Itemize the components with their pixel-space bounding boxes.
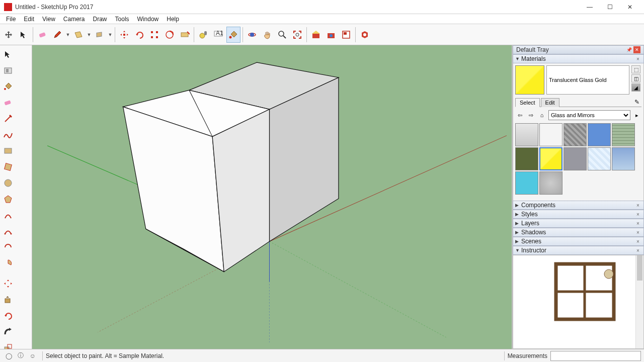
tape-measure-icon[interactable]	[178, 27, 192, 43]
tray-close-icon[interactable]: ✕	[633, 46, 640, 53]
panel-components[interactable]: ▶Components×	[513, 201, 644, 210]
material-swatch[interactable]	[564, 123, 587, 146]
2pt-arc-icon[interactable]	[1, 224, 16, 239]
layout-icon[interactable]	[339, 27, 353, 43]
material-3d-icon[interactable]: ◢	[631, 83, 640, 92]
zoom-extents-icon[interactable]	[290, 27, 304, 43]
menu-help[interactable]: Help	[163, 15, 183, 24]
geo-location-icon[interactable]: ◯	[3, 351, 14, 361]
circle-tool-icon[interactable]	[1, 175, 16, 191]
tray-title: Default Tray	[516, 46, 549, 53]
zoom-icon[interactable]	[275, 27, 289, 43]
menu-camera[interactable]: Camera	[59, 15, 89, 24]
tab-select[interactable]: Select	[515, 98, 540, 107]
orbit-icon[interactable]	[245, 27, 259, 43]
tab-edit[interactable]: Edit	[541, 98, 559, 107]
library-menu-icon[interactable]: ▸	[632, 111, 641, 120]
panel-close-icon[interactable]: ×	[634, 56, 641, 62]
warehouse-icon[interactable]	[309, 27, 323, 43]
panel-materials[interactable]: ▼ Materials ×	[513, 54, 644, 63]
3pt-arc-icon[interactable]	[1, 240, 16, 255]
material-swatch[interactable]	[515, 123, 538, 146]
measurements-input[interactable]	[550, 351, 641, 361]
select-arrow-icon[interactable]	[17, 27, 31, 43]
select-tool-icon[interactable]	[1, 47, 16, 62]
move-icon[interactable]	[117, 27, 131, 43]
material-swatch[interactable]	[564, 147, 587, 170]
move-tool-icon[interactable]	[1, 276, 16, 291]
pin-icon[interactable]: 📌	[625, 46, 632, 53]
material-swatch[interactable]	[588, 123, 611, 146]
material-swatch[interactable]	[539, 123, 562, 146]
rectangle-icon[interactable]	[71, 27, 86, 43]
menu-file[interactable]: File	[2, 15, 20, 24]
menu-view[interactable]: View	[38, 15, 59, 24]
move-camera-icon[interactable]	[2, 27, 16, 43]
material-swatch[interactable]	[612, 147, 635, 170]
default-material-icon[interactable]: ◫	[631, 74, 640, 82]
minimize-button[interactable]: —	[580, 0, 600, 14]
create-material-icon[interactable]: ⬚	[631, 65, 640, 73]
follow-me-icon[interactable]	[1, 324, 16, 339]
push-dropdown[interactable]: ▼	[107, 27, 113, 43]
user-icon[interactable]: ☺	[27, 351, 38, 361]
pan-icon[interactable]	[260, 27, 274, 43]
pie-tool-icon[interactable]	[1, 256, 16, 271]
viewport-3d[interactable]	[32, 45, 512, 349]
close-button[interactable]: ✕	[620, 0, 640, 14]
svg-rect-6	[156, 31, 158, 33]
panel-styles[interactable]: ▶Styles×	[513, 210, 644, 219]
material-swatch[interactable]	[539, 147, 562, 170]
menu-window[interactable]: Window	[133, 15, 163, 24]
arc-tool-icon[interactable]	[1, 208, 16, 223]
dimension-icon[interactable]	[196, 27, 210, 43]
panel-layers[interactable]: ▶Layers×	[513, 219, 644, 228]
nav-forward-icon[interactable]: ⇨	[526, 111, 535, 120]
line-tool-icon[interactable]	[1, 111, 16, 126]
panel-instructor[interactable]: ▼Instructor×	[513, 246, 644, 255]
paint-bucket-icon[interactable]	[226, 27, 240, 43]
menu-draw[interactable]: Draw	[89, 15, 111, 24]
material-library-select[interactable]: Glass and Mirrors	[548, 110, 630, 120]
rotate-tool-icon[interactable]	[1, 308, 16, 323]
instructor-panel-body	[513, 255, 644, 349]
text-icon[interactable]: A1	[211, 27, 225, 43]
panel-scenes[interactable]: ▶Scenes×	[513, 237, 644, 246]
rotate-icon[interactable]	[132, 27, 146, 43]
scale-icon[interactable]	[147, 27, 162, 43]
extension-warehouse-icon[interactable]	[324, 27, 338, 43]
extension-manager-icon[interactable]	[358, 27, 372, 43]
sample-material-icon[interactable]: ✎	[632, 98, 641, 107]
instructor-scrollbar[interactable]	[635, 255, 643, 348]
menu-tools[interactable]: Tools	[111, 15, 133, 24]
push-pull-tool-icon[interactable]	[1, 292, 16, 307]
push-pull-icon[interactable]	[93, 27, 107, 43]
material-name-input[interactable]	[546, 65, 629, 95]
tray-header[interactable]: Default Tray 📌 ✕	[513, 45, 644, 54]
polygon-tool-icon[interactable]	[1, 192, 16, 207]
eraser-tool-icon[interactable]	[1, 95, 16, 110]
rectangle-tool-icon[interactable]	[1, 143, 16, 158]
material-swatch[interactable]	[515, 171, 538, 195]
pencil-dropdown[interactable]: ▼	[65, 27, 71, 43]
make-component-icon[interactable]	[1, 63, 16, 78]
material-swatch[interactable]	[515, 147, 538, 170]
pencil-icon[interactable]	[50, 27, 64, 43]
svg-rect-1	[97, 32, 102, 37]
eraser-icon[interactable]	[35, 27, 49, 43]
credits-icon[interactable]: ⓘ	[15, 351, 26, 361]
rotated-rectangle-icon[interactable]	[1, 159, 16, 174]
maximize-button[interactable]: ☐	[600, 0, 620, 14]
offset-icon[interactable]	[163, 27, 177, 43]
nav-home-icon[interactable]: ⌂	[537, 111, 546, 120]
nav-back-icon[interactable]: ⇦	[515, 111, 524, 120]
material-swatch[interactable]	[539, 171, 562, 195]
freehand-tool-icon[interactable]	[1, 127, 16, 142]
panel-shadows[interactable]: ▶Shadows×	[513, 228, 644, 237]
paint-bucket-tool-icon[interactable]	[1, 79, 16, 94]
shape-dropdown[interactable]: ▼	[86, 27, 92, 43]
menu-edit[interactable]: Edit	[20, 15, 38, 24]
material-swatch[interactable]	[588, 147, 611, 170]
material-swatch[interactable]	[612, 123, 635, 146]
current-material-swatch[interactable]	[515, 65, 544, 95]
